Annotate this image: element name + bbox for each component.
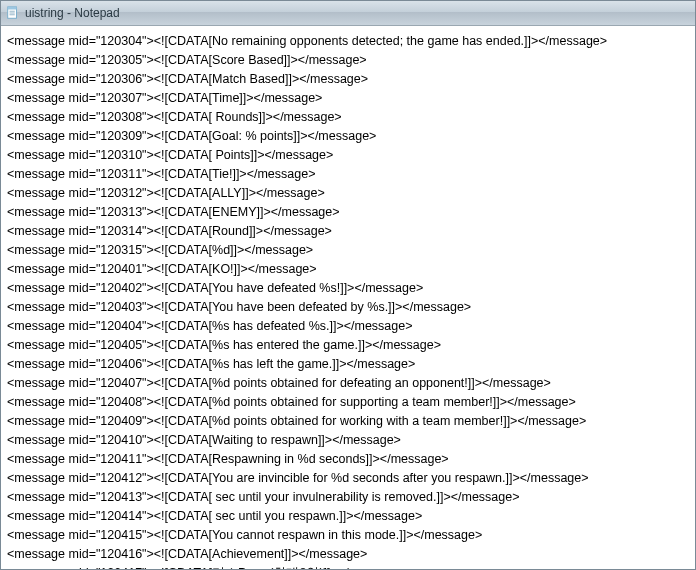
- message-line: <message mid="120408"><![CDATA[%d points…: [7, 393, 689, 412]
- message-line: <message mid="120310"><![CDATA[ Points]]…: [7, 146, 689, 165]
- window-title: uistring - Notepad: [25, 6, 120, 20]
- message-line: <message mid="120411"><![CDATA[Respawnin…: [7, 450, 689, 469]
- message-line: <message mid="120309"><![CDATA[Goal: % p…: [7, 127, 689, 146]
- message-line: <message mid="120313"><![CDATA[ENEMY]]><…: [7, 203, 689, 222]
- message-line: <message mid="120312"><![CDATA[ALLY]]></…: [7, 184, 689, 203]
- message-line: <message mid="120412"><![CDATA[You are i…: [7, 469, 689, 488]
- message-line: <message mid="120407"><![CDATA[%d points…: [7, 374, 689, 393]
- message-line: <message mid="120314"><![CDATA[Round]]><…: [7, 222, 689, 241]
- message-line: <message mid="120401"><![CDATA[KO!]]></m…: [7, 260, 689, 279]
- titlebar[interactable]: uistring - Notepad: [1, 1, 695, 26]
- message-line: <message mid="120416"><![CDATA[Achieveme…: [7, 545, 689, 564]
- message-line: <message mid="120409"><![CDATA[%d points…: [7, 412, 689, 431]
- notepad-window: uistring - Notepad <message mid="120304"…: [0, 0, 696, 570]
- text-area[interactable]: <message mid="120304"><![CDATA[No remain…: [1, 26, 695, 569]
- message-line: <message mid="120404"><![CDATA[%s has de…: [7, 317, 689, 336]
- message-line: <message mid="120415"><![CDATA[You canno…: [7, 526, 689, 545]
- message-line: <message mid="120402"><![CDATA[You have …: [7, 279, 689, 298]
- message-line: <message mid="120406"><![CDATA[%s has le…: [7, 355, 689, 374]
- message-line: <message mid="120315"><![CDATA[%d]]></me…: [7, 241, 689, 260]
- message-line: <message mid="120410"><![CDATA[Waiting t…: [7, 431, 689, 450]
- message-line: <message mid="120305"><![CDATA[Score Bas…: [7, 51, 689, 70]
- message-line: <message mid="120417"><![CDATA[리스Pawn(최대…: [7, 564, 689, 569]
- message-line: <message mid="120307"><![CDATA[Time]]></…: [7, 89, 689, 108]
- message-line: <message mid="120413"><![CDATA[ sec unti…: [7, 488, 689, 507]
- message-line: <message mid="120311"><![CDATA[Tie!]]></…: [7, 165, 689, 184]
- message-line: <message mid="120308"><![CDATA[ Rounds]]…: [7, 108, 689, 127]
- message-line: <message mid="120405"><![CDATA[%s has en…: [7, 336, 689, 355]
- message-line: <message mid="120403"><![CDATA[You have …: [7, 298, 689, 317]
- svg-rect-1: [8, 7, 17, 10]
- message-line: <message mid="120304"><![CDATA[No remain…: [7, 32, 689, 51]
- notepad-icon: [5, 5, 21, 21]
- message-line: <message mid="120414"><![CDATA[ sec unti…: [7, 507, 689, 526]
- message-line: <message mid="120306"><![CDATA[Match Bas…: [7, 70, 689, 89]
